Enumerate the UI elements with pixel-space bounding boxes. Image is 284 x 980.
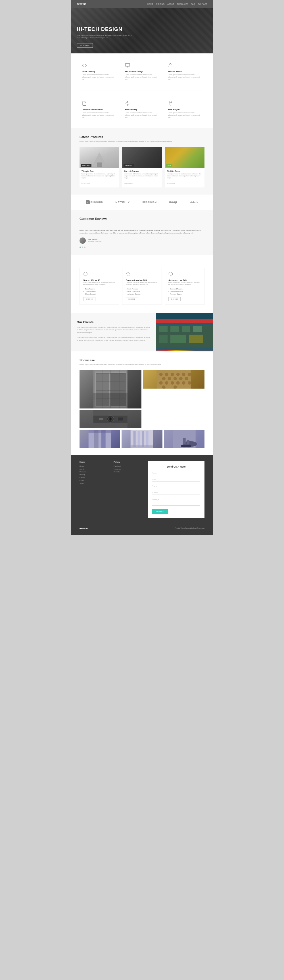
svg-rect-64 xyxy=(133,431,136,447)
product-curved-corners: TRENDING Curved Corners Lorem ipsum dolo… xyxy=(122,147,162,188)
nav-contact[interactable]: CONTACT xyxy=(198,3,207,5)
svg-rect-17 xyxy=(170,335,186,343)
footer-link-home[interactable]: Home xyxy=(79,465,108,467)
product-read-more[interactable]: READ MORE › xyxy=(167,183,176,185)
navbar: aventus HOME PRICING ABOUT PRODUCTS FAQ … xyxy=(71,0,213,8)
feature-desc: Lorem ipsum dolor sit amet consectetur a… xyxy=(82,73,116,81)
svg-marker-7 xyxy=(126,272,130,275)
svg-point-34 xyxy=(165,373,168,376)
brands-section: d DISCORD NETFLIX BROADCOM hoop airbnb xyxy=(71,194,213,210)
svg-point-37 xyxy=(182,373,185,376)
plan-feature-2: Up to 5 products xyxy=(83,291,116,292)
footer-link-team[interactable]: Team xyxy=(79,482,108,484)
nav-pricing[interactable]: PRICING xyxy=(156,3,165,5)
contact-phone-input[interactable] xyxy=(152,484,200,488)
svg-point-48 xyxy=(182,381,185,385)
pricing-section: Starter Kit — 49 Lorem ipsum dolor sit a… xyxy=(71,255,213,313)
svg-marker-4 xyxy=(125,101,130,105)
plan-title: Starter Kit — 49 xyxy=(83,279,116,282)
svg-rect-12 xyxy=(159,326,168,332)
plan-desc: Lorem ipsum dolor sit amet consectetur a… xyxy=(168,282,201,286)
footer: Home Home About Products Pricing Clients… xyxy=(71,455,213,535)
footer-link-about[interactable]: About xyxy=(79,468,108,470)
advanced-choose-button[interactable]: CHOOSE xyxy=(168,297,181,301)
reviewer: Lori Nelson Marketing Supervisor xyxy=(79,237,205,244)
svg-point-46 xyxy=(170,381,174,385)
feature-desc: Lorem ipsum dolor sit amet consectetur a… xyxy=(168,111,202,119)
nav-about[interactable]: ABOUT xyxy=(167,3,174,5)
footer-link-instagram[interactable]: Instagram xyxy=(114,468,142,470)
contact-email-input[interactable] xyxy=(152,477,200,482)
contact-message-input[interactable] xyxy=(152,497,200,506)
svg-rect-68 xyxy=(131,445,153,448)
hero-cta-button[interactable]: EXPLORE xyxy=(77,43,93,48)
products-subtitle: Lorem ipsum dolor amet consectetur adipi… xyxy=(79,140,205,143)
product-info: Curved Corners Lorem ipsum dolor sit ame… xyxy=(122,168,162,188)
svg-rect-15 xyxy=(193,326,201,332)
svg-point-47 xyxy=(176,381,179,385)
contact-submit-button[interactable]: SUBMIT xyxy=(152,509,168,514)
professional-choose-button[interactable]: CHOOSE xyxy=(126,297,138,301)
product-read-more[interactable]: READ MORE › xyxy=(81,183,91,185)
nav-home[interactable]: HOME xyxy=(148,3,153,5)
svg-rect-67 xyxy=(146,431,149,447)
footer-social-col: Follow Facebook Instagram YouTube xyxy=(114,461,142,518)
product-read-more[interactable]: READ MORE › xyxy=(124,183,133,185)
svg-point-40 xyxy=(168,377,171,380)
feature-title: Free Plugins xyxy=(168,108,202,110)
svg-rect-58 xyxy=(117,417,123,421)
features-section: Art Of Coding Lorem ipsum dolor sit amet… xyxy=(71,53,213,128)
dot-2[interactable] xyxy=(82,247,83,248)
footer-link-clients[interactable]: Clients xyxy=(79,477,108,478)
footer-link-facebook[interactable]: Facebook xyxy=(114,465,142,467)
svg-rect-71 xyxy=(182,438,186,445)
plan-desc: Lorem ipsum dolor sit amet consectetur a… xyxy=(83,282,116,286)
showcase-img-2 xyxy=(143,370,205,388)
footer-link-pricing[interactable]: Pricing xyxy=(79,474,108,476)
footer-credit-text: Aventus Theme Powered by SmartTheme.com xyxy=(175,527,205,529)
pricing-starter: Starter Kit — 49 Lorem ipsum dolor sit a… xyxy=(79,268,119,305)
plan-price: 249 xyxy=(183,279,187,282)
plan-feature-1: Basic Features xyxy=(126,288,158,290)
contact-form-title: Send Us A Note xyxy=(152,465,200,468)
dot-3[interactable] xyxy=(84,247,86,248)
nav-faq[interactable]: FAQ xyxy=(191,3,195,5)
svg-rect-16 xyxy=(159,335,168,343)
features-grid: Art Of Coding Lorem ipsum dolor sit amet… xyxy=(79,60,205,121)
footer-link-youtube[interactable]: YouTube xyxy=(114,471,142,473)
box-icon xyxy=(83,272,116,277)
starter-choose-button[interactable]: CHOOSE xyxy=(83,297,95,301)
footer-contact-form: Send Us A Note SUBMIT xyxy=(148,461,205,518)
review-text: Lorem ipsum dolor sit amet consectetur a… xyxy=(79,229,205,235)
clients-text-1: Lorem ipsum dolor sit amet consectetur a… xyxy=(77,326,151,334)
footer-link-contact[interactable]: Contact xyxy=(79,479,108,481)
hero-content: HI-TECH DESIGN Lorem ipsum dolor amet co… xyxy=(77,26,133,48)
footer-credit: Aventus Theme Powered by SmartTheme.com xyxy=(175,527,205,529)
product-info: Bird On Green Lorem ipsum dolor sit amet… xyxy=(165,168,205,188)
showcase-img-3 xyxy=(79,410,141,428)
footer-nav-col: Home Home About Products Pricing Clients… xyxy=(79,461,108,518)
nav-links: HOME PRICING ABOUT PRODUCTS FAQ CONTACT xyxy=(148,3,207,5)
svg-marker-8 xyxy=(169,272,172,275)
svg-point-42 xyxy=(179,377,182,380)
plan-title: Professional — 169 xyxy=(126,279,158,282)
products-title: Latest Products xyxy=(79,135,205,138)
nav-products[interactable]: PRODUCTS xyxy=(177,3,188,5)
product-label: FEATURED xyxy=(81,164,92,167)
product-label: TRENDING xyxy=(124,164,134,167)
footer-link-products[interactable]: Products xyxy=(79,471,108,473)
brand-airbnb: airbnb xyxy=(190,201,198,204)
clients-image xyxy=(156,313,213,352)
plan-feature-2: Up to 20 products xyxy=(126,291,158,292)
product-name: Triangle Roof xyxy=(81,170,117,172)
footer-nav-title: Home xyxy=(79,461,108,463)
contact-name-input[interactable] xyxy=(152,471,200,475)
dot-1[interactable] xyxy=(79,247,81,248)
contact-subject-input[interactable] xyxy=(152,490,200,495)
brand-hoop: hoop xyxy=(169,200,177,204)
clients-title: Our Clients xyxy=(77,320,151,324)
star-icon xyxy=(126,272,158,277)
svg-point-56 xyxy=(109,418,111,420)
product-desc: Lorem ipsum dolor sit amet consectetur a… xyxy=(124,173,160,179)
svg-rect-6 xyxy=(97,162,102,167)
